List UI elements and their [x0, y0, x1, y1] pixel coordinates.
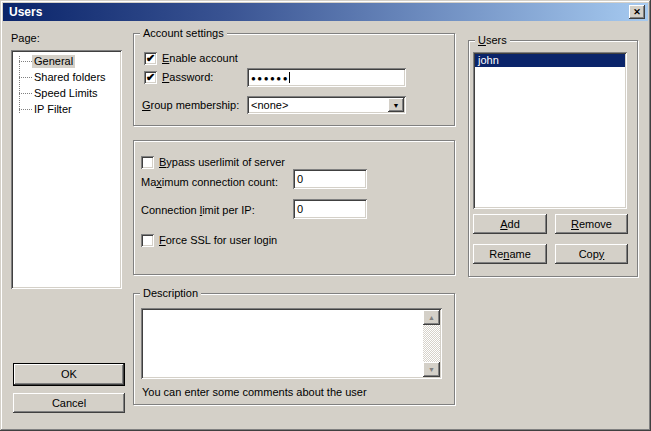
bypass-userlimit-checkbox[interactable]: ✔ — [141, 156, 154, 169]
max-connection-count-input[interactable]: 0 — [293, 169, 367, 189]
password-masked-value: ●●●●●● — [251, 72, 289, 85]
page-tree[interactable]: General Shared folders Speed Limits IP F… — [11, 50, 122, 289]
description-textarea[interactable]: ▲ ▼ — [141, 308, 442, 379]
account-settings-title: Account settings — [140, 27, 227, 40]
dropdown-button[interactable]: ▼ — [388, 98, 404, 112]
checkmark-icon: ✔ — [146, 53, 155, 64]
rename-button-label: Rename — [489, 248, 531, 261]
arrow-up-icon: ▲ — [428, 314, 435, 321]
checkmark-icon: ✔ — [146, 72, 155, 83]
force-ssl-checkbox[interactable]: ✔ — [141, 234, 154, 247]
close-button[interactable]: ✕ — [629, 5, 645, 19]
connection-limit-per-ip-value: 0 — [297, 203, 303, 216]
enable-account-label: Enable account — [162, 52, 238, 65]
description-hint: You can enter some comments about the us… — [142, 386, 367, 399]
add-button[interactable]: Add — [473, 214, 547, 234]
tree-item-label[interactable]: IP Filter — [32, 103, 74, 116]
copy-button[interactable]: Copy — [555, 244, 628, 264]
tree-item-label[interactable]: General — [32, 55, 75, 68]
arrow-down-icon: ▼ — [428, 366, 435, 373]
tree-item-shared-folders[interactable]: Shared folders — [11, 69, 122, 85]
cancel-button-label: Cancel — [52, 397, 86, 410]
tree-item-general[interactable]: General — [11, 53, 122, 69]
group-membership-value: <none> — [251, 99, 288, 112]
text-caret — [289, 72, 290, 83]
password-input[interactable]: ●●●●●● — [247, 68, 406, 87]
group-membership-dropdown[interactable]: <none> ▼ — [247, 96, 406, 114]
max-connection-count-label: Maximum connection count: — [141, 176, 278, 189]
cancel-button[interactable]: Cancel — [13, 393, 125, 413]
remove-button[interactable]: Remove — [555, 214, 628, 234]
description-scrollbar[interactable]: ▲ ▼ — [423, 310, 440, 377]
ok-button-label: OK — [61, 368, 77, 381]
connection-limit-per-ip-label: Connection limit per IP: — [141, 204, 255, 217]
tree-item-label[interactable]: Shared folders — [32, 71, 108, 84]
add-button-label: Add — [500, 218, 520, 231]
force-ssl-label: Force SSL for user login — [159, 234, 277, 247]
enable-account-checkbox[interactable]: ✔ — [144, 52, 157, 65]
scroll-up-button[interactable]: ▲ — [423, 310, 440, 325]
users-dialog: Users ✕ Page: General Shared folders Spe… — [0, 0, 651, 431]
connection-limit-per-ip-input[interactable]: 0 — [293, 199, 367, 219]
user-name: john — [478, 54, 499, 67]
rename-button[interactable]: Rename — [473, 244, 547, 264]
page-label: Page: — [11, 32, 40, 45]
description-title: Description — [140, 287, 201, 300]
bypass-userlimit-label: Bypass userlimit of server — [159, 156, 285, 169]
scroll-down-button[interactable]: ▼ — [423, 362, 440, 377]
password-label: Password: — [162, 71, 213, 84]
users-group-title: Users — [475, 34, 510, 47]
copy-button-label: Copy — [579, 248, 605, 261]
max-connection-count-value: 0 — [297, 173, 303, 186]
ok-button[interactable]: OK — [13, 363, 125, 386]
user-list-item[interactable]: john — [475, 54, 625, 67]
tree-item-speed-limits[interactable]: Speed Limits — [11, 85, 122, 101]
tree-item-ip-filter[interactable]: IP Filter — [11, 101, 122, 117]
chevron-down-icon: ▼ — [393, 102, 400, 109]
window-title: Users — [9, 5, 42, 19]
close-icon: ✕ — [633, 8, 641, 17]
users-listbox[interactable]: john — [473, 52, 627, 209]
remove-button-label: Remove — [571, 218, 612, 231]
password-checkbox[interactable]: ✔ — [144, 71, 157, 84]
title-bar[interactable]: Users ✕ — [3, 3, 648, 21]
group-membership-label: Group membership: — [142, 99, 239, 112]
tree-item-label[interactable]: Speed Limits — [32, 87, 100, 100]
